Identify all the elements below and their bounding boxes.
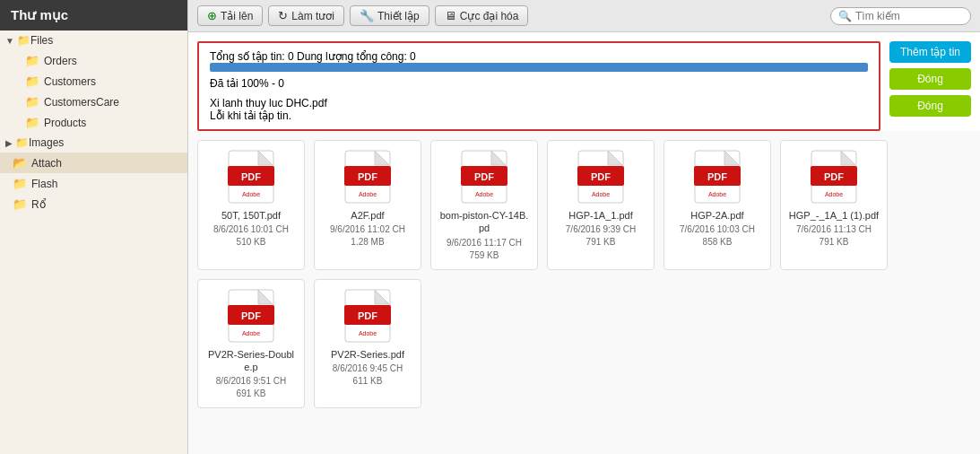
- sidebar-item-flash[interactable]: 📁 Flash: [0, 173, 187, 194]
- upload-icon: ⊕: [207, 9, 217, 22]
- file-name-label: PV2R-Series-Double.p: [205, 348, 297, 374]
- svg-text:PDF: PDF: [824, 171, 844, 182]
- progress-bar-container: [210, 63, 868, 72]
- settings-button[interactable]: 🔧 Thiết lập: [350, 5, 429, 26]
- maximize-button[interactable]: 🖥 Cực đại hóa: [435, 5, 529, 26]
- expand-icon: ▼: [5, 36, 14, 46]
- file-name-label: HGP_-_1A_1 (1).pdf: [789, 209, 879, 222]
- file-item[interactable]: PDF Adobe HGP_-_1A_1 (1).pdf 7/6/2016 11…: [780, 140, 888, 270]
- svg-text:Adobe: Adobe: [592, 191, 610, 197]
- file-grid: PDF Adobe 50T, 150T.pdf 8/6/2016 10:01 C…: [197, 140, 971, 408]
- search-box: 🔍: [830, 7, 971, 25]
- file-item[interactable]: PDF Adobe bom-piston-CY-14B.pd 9/6/2016 …: [430, 140, 538, 270]
- upload-status-line: Tổng số tập tin: 0 Dung lượng tổng công:…: [210, 50, 868, 63]
- pdf-icon: PDF Adobe: [811, 150, 857, 204]
- svg-text:Adobe: Adobe: [825, 191, 843, 197]
- sidebar-item-customers[interactable]: 📁 Customers: [0, 71, 187, 92]
- main-area: ⊕ Tải lên ↻ Làm tươi 🔧 Thiết lập 🖥 Cực đ…: [188, 0, 980, 454]
- search-input[interactable]: [855, 10, 963, 22]
- settings-icon: 🔧: [360, 9, 374, 22]
- svg-text:PDF: PDF: [474, 171, 494, 182]
- file-meta: 8/6/2016 9:45 CH611 KB: [333, 362, 403, 388]
- file-grid-container: PDF Adobe 50T, 150T.pdf 8/6/2016 10:01 C…: [188, 131, 980, 454]
- sidebar-item-orders[interactable]: 📁 Orders: [0, 50, 187, 71]
- folder-icon: 📁: [25, 54, 39, 67]
- svg-text:PDF: PDF: [241, 171, 261, 182]
- close-button-2[interactable]: Đóng: [889, 95, 971, 117]
- file-item[interactable]: PDF Adobe HGP-2A.pdf 7/6/2016 10:03 CH85…: [663, 140, 771, 270]
- file-meta: 8/6/2016 9:51 CH691 KB: [216, 375, 286, 400]
- folder-icon: 📁: [25, 116, 39, 129]
- file-name-label: PV2R-Series.pdf: [331, 348, 404, 361]
- file-meta: 7/6/2016 9:39 CH791 KB: [566, 223, 636, 249]
- file-item[interactable]: PDF Adobe PV2R-Series-Double.p 8/6/2016 …: [197, 279, 305, 409]
- upload-panel: Tổng số tập tin: 0 Dung lượng tổng công:…: [197, 41, 880, 131]
- download-status: Đã tải 100% - 0: [210, 77, 868, 90]
- sidebar-label-attach: Attach: [31, 157, 62, 170]
- upload-button[interactable]: ⊕ Tải lên: [197, 5, 263, 26]
- sidebar-item-attach[interactable]: 📂 Attach: [0, 153, 187, 173]
- svg-text:PDF: PDF: [241, 310, 261, 321]
- folder-icon: 📁: [13, 197, 27, 211]
- sidebar-label-files: Files: [30, 34, 53, 47]
- search-icon: 🔍: [838, 10, 852, 22]
- svg-text:Adobe: Adobe: [359, 191, 377, 197]
- file-meta: 8/6/2016 10:01 CH510 KB: [213, 223, 289, 249]
- file-meta: 7/6/2016 11:13 CH791 KB: [796, 223, 872, 249]
- file-name-label: HGP-2A.pdf: [690, 209, 743, 222]
- pdf-icon: PDF Adobe: [228, 289, 274, 343]
- pdf-icon: PDF Adobe: [228, 150, 274, 204]
- upload-file-name: Xi lanh thuy luc DHC.pdf: [210, 97, 868, 109]
- sidebar-item-images[interactable]: ▶ 📁 Images: [0, 133, 187, 153]
- file-name-label: HGP-1A_1.pdf: [568, 209, 633, 222]
- upload-error-msg: Lỗi khi tải tập tin.: [210, 109, 868, 122]
- sidebar-label-customers: Customers: [44, 75, 96, 88]
- file-meta: 9/6/2016 11:17 CH759 KB: [447, 237, 522, 262]
- sidebar-item-customerscare[interactable]: 📁 CustomersCare: [0, 92, 187, 112]
- file-item[interactable]: PDF Adobe 50T, 150T.pdf 8/6/2016 10:01 C…: [197, 140, 305, 270]
- sidebar-item-ro[interactable]: 📁 Rổ: [0, 194, 187, 214]
- svg-text:Adobe: Adobe: [242, 191, 260, 197]
- folder-icon: 📁: [25, 74, 39, 88]
- close-button-1[interactable]: Đóng: [889, 68, 971, 90]
- sidebar-item-files[interactable]: ▼ 📁 Files: [0, 31, 187, 50]
- svg-text:Adobe: Adobe: [359, 330, 377, 336]
- add-file-button[interactable]: Thêm tập tin: [889, 41, 971, 63]
- file-item[interactable]: PDF Adobe PV2R-Series.pdf 8/6/2016 9:45 …: [314, 279, 421, 409]
- svg-text:PDF: PDF: [358, 310, 377, 321]
- folder-icon: 📁: [13, 177, 27, 190]
- file-item[interactable]: PDF Adobe HGP-1A_1.pdf 7/6/2016 9:39 CH7…: [547, 140, 655, 270]
- file-name-label: 50T, 150T.pdf: [221, 209, 281, 222]
- maximize-label: Cực đại hóa: [460, 10, 519, 22]
- upload-label: Tải lên: [221, 10, 253, 22]
- refresh-button[interactable]: ↻ Làm tươi: [268, 5, 344, 26]
- sidebar-label-images: Images: [29, 136, 64, 149]
- pdf-icon: PDF Adobe: [461, 150, 507, 204]
- settings-label: Thiết lập: [377, 10, 420, 22]
- sidebar-item-products[interactable]: 📁 Products: [0, 112, 187, 133]
- upload-actions: Thêm tập tin Đóng Đóng: [889, 41, 971, 117]
- svg-text:PDF: PDF: [591, 171, 611, 182]
- sidebar-label-orders: Orders: [44, 55, 77, 67]
- pdf-icon: PDF Adobe: [344, 150, 391, 204]
- sidebar-label-products: Products: [44, 117, 86, 129]
- file-meta: 9/6/2016 11:02 CH1.28 MB: [330, 223, 405, 249]
- sidebar-label-flash: Flash: [31, 178, 57, 190]
- svg-text:PDF: PDF: [358, 171, 377, 182]
- refresh-label: Làm tươi: [291, 10, 334, 22]
- sidebar: Thư mục ▼ 📁 Files 📁 Orders 📁 Customers 📁…: [0, 0, 188, 454]
- progress-bar-fill: [210, 63, 868, 72]
- file-meta: 7/6/2016 10:03 CH858 KB: [680, 223, 755, 249]
- sidebar-tree: ▼ 📁 Files 📁 Orders 📁 Customers 📁 Custome…: [0, 31, 187, 452]
- pdf-icon: PDF Adobe: [344, 289, 391, 343]
- folder-icon: 📂: [13, 156, 27, 170]
- file-name-label: A2F.pdf: [351, 209, 384, 222]
- expand-icon: ▶: [5, 138, 13, 148]
- pdf-icon: PDF Adobe: [694, 150, 741, 204]
- toolbar: ⊕ Tải lên ↻ Làm tươi 🔧 Thiết lập 🖥 Cực đ…: [188, 0, 980, 32]
- file-item[interactable]: PDF Adobe A2F.pdf 9/6/2016 11:02 CH1.28 …: [314, 140, 421, 270]
- folder-icon: 📁: [17, 34, 30, 47]
- refresh-icon: ↻: [278, 9, 288, 22]
- svg-text:Adobe: Adobe: [475, 191, 493, 197]
- sidebar-title: Thư mục: [0, 0, 187, 31]
